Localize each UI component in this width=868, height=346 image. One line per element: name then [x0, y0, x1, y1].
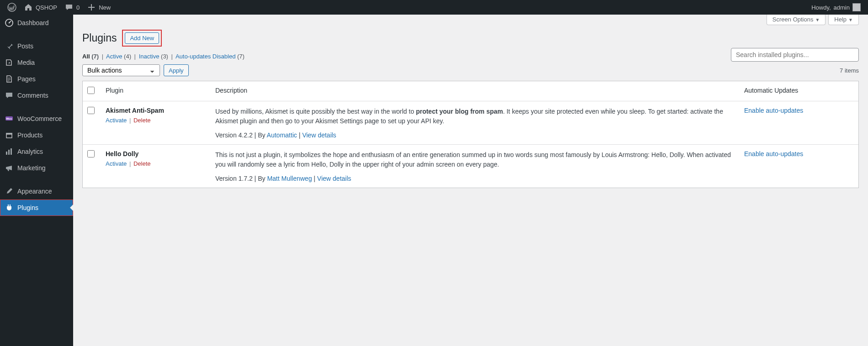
plugin-description: This is not just a plugin, it symbolizes… [215, 150, 735, 169]
my-account-link[interactable]: Howdy, admin [808, 0, 864, 15]
admin-bar: QSHOP 0 New Howdy, admin [0, 0, 868, 15]
comment-icon [64, 3, 74, 12]
svg-rect-7 [6, 152, 7, 155]
svg-text:Woo: Woo [6, 117, 12, 120]
select-all-checkbox[interactable] [87, 87, 95, 94]
svg-point-2 [9, 22, 10, 24]
wordpress-icon [7, 3, 16, 12]
sidebar-item-pages[interactable]: Pages [0, 71, 73, 87]
activate-link[interactable]: Activate [106, 160, 127, 167]
col-description[interactable]: Description [211, 81, 740, 101]
sidebar-item-marketing[interactable]: Marketing [0, 160, 73, 176]
plug-icon [5, 203, 14, 212]
plugin-meta: Version 1.7.2 | By Matt Mullenweg | View… [215, 175, 735, 182]
new-label: New [99, 4, 111, 11]
megaphone-icon [5, 163, 14, 173]
brush-icon [5, 187, 14, 196]
triangle-down-icon: ▼ [815, 17, 820, 22]
sidebar-item-label: Plugins [17, 204, 38, 211]
plus-icon [87, 3, 96, 12]
row-checkbox[interactable] [87, 150, 95, 157]
sidebar-item-label: Products [17, 131, 43, 139]
howdy-prefix: Howdy, [811, 4, 831, 11]
add-new-button[interactable]: Add New [125, 32, 159, 44]
comments-link[interactable]: 0 [61, 0, 83, 15]
site-name: QSHOP [36, 4, 57, 11]
sidebar-item-comments[interactable]: Comments [0, 87, 73, 104]
enable-auto-updates-link[interactable]: Enable auto-updates [744, 150, 803, 157]
sidebar-item-label: Marketing [17, 164, 45, 172]
filter-active[interactable]: Active (4) [106, 53, 131, 60]
sidebar-item-appearance[interactable]: Appearance [0, 183, 73, 199]
plugin-description: Used by millions, Akismet is quite possi… [215, 107, 735, 126]
plugin-meta: Version 4.2.2 | By Automattic | View det… [215, 131, 735, 139]
sidebar-item-products[interactable]: Products [0, 127, 73, 143]
add-new-highlight: Add New [122, 30, 162, 47]
sidebar-item-woocommerce[interactable]: Woo WooCommerce [0, 110, 73, 127]
col-plugin[interactable]: Plugin [101, 81, 211, 101]
comment-icon [5, 91, 14, 100]
filter-auto-updates-disabled[interactable]: Auto-updates Disabled (7) [176, 53, 245, 60]
triangle-down-icon: ▼ [848, 17, 853, 22]
wp-logo[interactable] [4, 0, 20, 15]
site-home-link[interactable]: QSHOP [20, 0, 61, 15]
bulk-actions-select[interactable]: Bulk actions [82, 64, 160, 76]
sidebar-item-dashboard[interactable]: Dashboard [0, 15, 73, 31]
sidebar-item-label: Media [17, 59, 35, 66]
current-user: admin [834, 4, 850, 11]
table-row: Hello Dolly Activate | Delete This is no… [83, 144, 858, 188]
sidebar-item-label: Posts [17, 42, 33, 50]
col-auto-updates[interactable]: Automatic Updates [740, 81, 858, 101]
page-title: Plugins [82, 32, 120, 44]
svg-rect-9 [11, 148, 12, 155]
avatar-icon [852, 3, 861, 11]
sidebar-item-plugins[interactable]: Plugins [0, 199, 73, 216]
author-link[interactable]: Matt Mullenweg [267, 175, 312, 182]
screen-options-toggle[interactable]: Screen Options▼ [767, 15, 826, 25]
activate-link[interactable]: Activate [106, 117, 127, 124]
plugin-name: Hello Dolly [106, 150, 206, 157]
apply-button[interactable]: Apply [164, 64, 189, 76]
page-icon [5, 74, 14, 84]
dashboard-icon [5, 18, 14, 27]
sidebar-item-label: Comments [17, 92, 48, 99]
archive-icon [5, 131, 14, 140]
table-row: Akismet Anti-Spam Activate | Delete Used… [83, 101, 858, 144]
row-checkbox[interactable] [87, 107, 95, 114]
view-details-link[interactable]: View details [302, 131, 336, 139]
filter-inactive[interactable]: Inactive (3) [139, 53, 168, 60]
sidebar-item-posts[interactable]: Posts [0, 38, 73, 54]
svg-rect-8 [8, 150, 10, 155]
new-content-link[interactable]: New [83, 0, 114, 15]
help-toggle[interactable]: Help▼ [828, 15, 859, 25]
sidebar-item-label: Appearance [17, 188, 52, 195]
home-icon [24, 3, 33, 12]
delete-link[interactable]: Delete [133, 117, 151, 124]
enable-auto-updates-link[interactable]: Enable auto-updates [744, 107, 803, 114]
delete-link[interactable]: Delete [133, 160, 151, 167]
pin-icon [5, 42, 14, 51]
author-link[interactable]: Automattic [267, 131, 297, 139]
sidebar-item-label: Dashboard [17, 19, 49, 26]
main-content: Screen Options▼ Help▼ Plugins Add New Al… [73, 15, 868, 346]
media-icon [5, 58, 14, 67]
items-count: 7 items [840, 67, 859, 74]
sidebar-item-media[interactable]: Media [0, 54, 73, 71]
sidebar-item-analytics[interactable]: Analytics [0, 143, 73, 160]
view-details-link[interactable]: View details [317, 175, 351, 182]
admin-sidebar: Dashboard Posts Media Pages Comments Woo… [0, 15, 73, 346]
chart-icon [5, 147, 14, 156]
sidebar-item-label: Pages [17, 75, 36, 83]
svg-rect-6 [6, 134, 12, 138]
sidebar-item-label: WooCommerce [17, 115, 62, 122]
plugin-name: Akismet Anti-Spam [106, 107, 206, 114]
plugins-table: Plugin Description Automatic Updates Aki… [82, 81, 859, 188]
search-plugins-input[interactable] [731, 48, 859, 62]
woo-icon: Woo [5, 114, 14, 123]
filter-all[interactable]: All (7) [82, 53, 99, 60]
sidebar-item-label: Analytics [17, 148, 43, 155]
comments-count: 0 [76, 4, 80, 11]
